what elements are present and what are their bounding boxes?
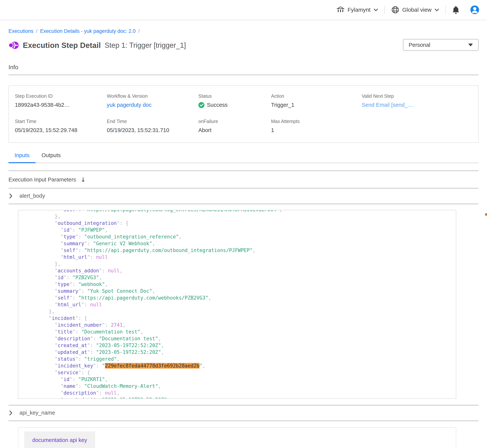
notifications-bell-button[interactable] xyxy=(452,6,459,14)
info-field-label: Status xyxy=(198,93,271,99)
section-api-key-name[interactable]: api_key_name xyxy=(8,406,479,420)
bank-icon xyxy=(337,6,344,13)
code-line: "id": "PJFWPEP", xyxy=(25,227,456,233)
scope-select[interactable]: Personal xyxy=(403,39,479,51)
caret-down-icon xyxy=(468,44,473,46)
code-line: "self": "https://api.pagerduty.com/log_e… xyxy=(25,210,456,213)
code-line: "html_url": null xyxy=(25,254,456,261)
code-line: "type": "outbound_integration_reference"… xyxy=(25,233,456,240)
org-label: Fylamynt xyxy=(348,7,371,13)
code-line: "service": { xyxy=(25,369,456,376)
info-field-value: Send Email [send_… xyxy=(362,102,472,108)
info-field: Workflow & Versionyuk pagerduty doc xyxy=(107,93,198,108)
code-line: "summary": "Yuk Spot Connect Doc", xyxy=(25,288,456,295)
info-heading: Info xyxy=(8,64,479,71)
workflow-link[interactable]: yuk pagerduty doc xyxy=(107,102,152,108)
code-line: "accounts_addon": null, xyxy=(25,267,456,274)
page-subtitle: Step 1: Trigger [trigger_1] xyxy=(105,41,186,49)
info-field: Step Execution ID18992a43-9538-4b2… xyxy=(15,93,107,108)
info-field-label: Max Attempts xyxy=(271,119,362,124)
breadcrumb-link[interactable]: Execution Details - yuk pagerduty doc: 2… xyxy=(40,28,136,34)
topbar: Fylamynt Global view xyxy=(0,0,487,20)
section-label: alert_body xyxy=(19,193,45,199)
code-line: "created_at": "2023-05-19T22:52:20Z", xyxy=(25,342,456,349)
info-field-value: yuk pagerduty doc xyxy=(107,102,198,108)
api-key-name-value-box: documentation api key xyxy=(18,427,456,448)
chevron-right-icon xyxy=(9,410,12,416)
chevron-down-icon xyxy=(373,8,378,11)
chevron-down-icon xyxy=(435,8,439,11)
download-icon[interactable]: ↓ xyxy=(81,176,86,183)
code-line: "html_url": null xyxy=(25,301,456,308)
code-line: "incident_number": 2741, xyxy=(25,322,456,328)
info-field: ActionTrigger_1 xyxy=(271,93,362,108)
section-divider xyxy=(8,74,479,75)
bell-icon xyxy=(452,6,459,14)
code-line: "incident": { xyxy=(25,315,456,322)
api-key-name-chip: documentation api key xyxy=(24,432,95,448)
info-field-label: Start Time xyxy=(15,119,107,124)
scope-select-value: Personal xyxy=(409,42,430,48)
section-label: api_key_name xyxy=(19,410,55,416)
info-field: onFailureAbort xyxy=(198,119,271,133)
breadcrumb-link[interactable]: Executions xyxy=(8,28,33,34)
code-line: "incident_key": "229efec8feda44778d3fe69… xyxy=(25,362,456,369)
info-field-label: End Time xyxy=(107,119,198,124)
page-title: Execution Step Detail xyxy=(23,41,101,50)
info-field-value: Trigger_1 xyxy=(271,102,362,108)
workflow-logo-icon xyxy=(8,40,19,50)
code-line: "id": "PZB2VG3", xyxy=(25,274,456,281)
code-line: "title": "Documentation test", xyxy=(25,328,456,335)
info-field-value: 05/19/2023, 15:52:31.710 xyxy=(107,127,198,133)
info-field: Valid Next StepSend Email [send_… xyxy=(362,93,472,108)
chevron-right-icon xyxy=(9,193,12,199)
org-switcher[interactable]: Fylamynt xyxy=(337,6,378,13)
tab-outputs[interactable]: Outputs xyxy=(35,152,67,163)
user-avatar-button[interactable] xyxy=(470,5,479,15)
code-line: "self": "https://api.pagerduty.com/webho… xyxy=(25,295,456,301)
highlighted-incident-key: 229efec8feda44778d3fe692b28aed2b xyxy=(105,363,200,368)
section-divider xyxy=(8,420,479,421)
view-label: Global view xyxy=(402,7,431,13)
section-alert-body[interactable]: alert_body xyxy=(8,189,479,204)
section-divider xyxy=(8,204,479,204)
code-line: }, xyxy=(25,308,456,315)
json-input-viewer[interactable]: "self": "https://api.pagerduty.com/log_e… xyxy=(18,210,456,399)
tab-bar: InputsOutputs xyxy=(8,152,479,163)
info-field: Start Time05/19/2023, 15:52:29.748 xyxy=(15,119,107,133)
info-field-value: 18992a43-9538-4b2… xyxy=(15,102,107,108)
code-line: "description": "Documentation test", xyxy=(25,335,456,342)
code-line: }, xyxy=(25,261,456,267)
code-line: "status": "triggered", xyxy=(25,356,456,362)
info-field-value: Abort xyxy=(198,127,271,133)
success-check-icon xyxy=(198,102,204,108)
topbar-divider xyxy=(446,6,446,14)
code-line: "updated_at": "2023-05-19T22:52:20Z", xyxy=(25,349,456,356)
next-step-link[interactable]: Send Email [send_… xyxy=(362,102,413,108)
info-field-label: Valid Next Step xyxy=(362,93,472,99)
globe-icon xyxy=(391,6,399,14)
params-heading: Execution Input Parameters xyxy=(8,176,76,183)
json-code: "self": "https://api.pagerduty.com/log_e… xyxy=(25,210,456,399)
tab-inputs[interactable]: Inputs xyxy=(8,152,35,163)
info-field: StatusSuccess xyxy=(198,93,271,108)
code-line: "created_at": "2021-05-19T22:52:20Z", xyxy=(25,396,456,399)
code-line: "self": "https://api.pagerduty.com/outbo… xyxy=(25,247,456,254)
breadcrumb-separator: / xyxy=(36,28,38,34)
code-line: "id": "PUZKRT1", xyxy=(25,376,456,383)
info-card: Step Execution ID18992a43-9538-4b2…Workf… xyxy=(8,85,479,143)
avatar-icon xyxy=(470,5,479,15)
breadcrumb-separator: / xyxy=(138,28,140,34)
info-field: End Time05/19/2023, 15:52:31.710 xyxy=(107,119,198,133)
info-field-label: onFailure xyxy=(198,119,271,124)
code-line: "outbound_integration": { xyxy=(25,220,456,227)
view-switcher[interactable]: Global view xyxy=(391,6,439,14)
topbar-divider xyxy=(384,6,385,14)
info-field-label: Step Execution ID xyxy=(15,93,107,99)
code-line: "type": "webhook", xyxy=(25,281,456,288)
scrollbar-highlight-tick xyxy=(485,213,487,216)
info-field-label: Workflow & Version xyxy=(107,93,198,99)
code-line: "summary": "Generic V2 Webhook", xyxy=(25,240,456,247)
info-field-label: Action xyxy=(271,93,362,99)
info-field-value: 05/19/2023, 15:52:29.748 xyxy=(15,127,107,133)
